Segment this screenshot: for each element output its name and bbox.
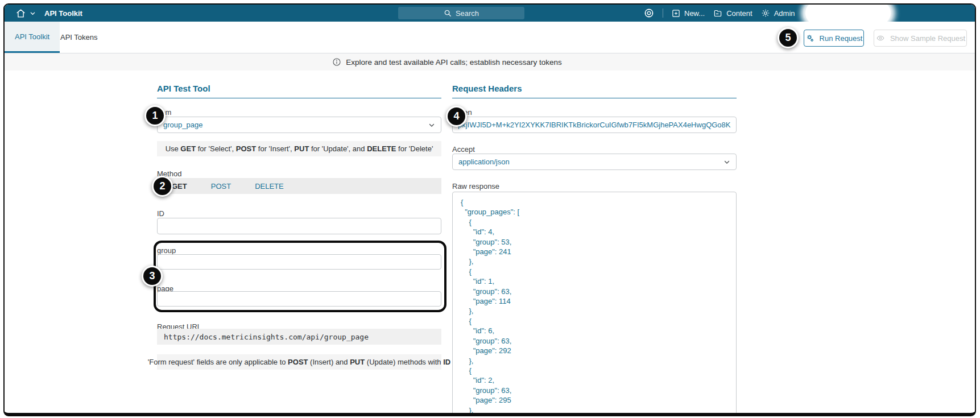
nav-admin-button[interactable]: Admin — [761, 9, 795, 18]
page-input[interactable] — [157, 291, 441, 307]
method-selector: GET POST DELETE — [157, 178, 441, 194]
item-select-value: group_page — [163, 121, 202, 129]
show-sample-request-button[interactable]: Show Sample Request — [874, 30, 967, 47]
eye-icon — [875, 34, 886, 42]
id-input[interactable] — [157, 218, 441, 234]
item-select[interactable]: group_page — [157, 117, 441, 133]
run-request-label: Run Request — [820, 34, 863, 43]
method-hint-text: Use GET for 'Select', POST for 'Insert',… — [157, 141, 441, 156]
accept-label: Accept — [452, 145, 475, 154]
app-window: API Toolkit Search New... — [3, 3, 976, 416]
banner-text: Explore and test available API calls; es… — [346, 58, 562, 67]
top-navbar: API Toolkit Search New... — [5, 5, 975, 22]
nav-content-label: Content — [726, 9, 752, 18]
annotation-badge-2: 2 — [152, 176, 173, 197]
nav-new-button[interactable]: New... — [672, 9, 705, 18]
info-icon — [332, 57, 341, 67]
raw-response-box[interactable]: { "group_pages": [ { "id": 4, "group": 5… — [452, 192, 737, 416]
annotation-badge-4: 4 — [446, 106, 467, 127]
section-heading-api-test-tool: API Test Tool — [157, 84, 441, 98]
search-icon — [444, 9, 452, 17]
group-label: group — [157, 246, 176, 255]
annotation-badge-5: 5 — [778, 27, 799, 48]
show-sample-request-label: Show Sample Request — [890, 34, 965, 43]
run-request-button[interactable]: Run Request — [804, 30, 864, 47]
chevron-down-icon — [723, 159, 730, 165]
page-title: API Toolkit — [44, 9, 82, 18]
form-request-note: 'Form request' fields are only applicabl… — [157, 354, 441, 370]
annotation-badge-3: 3 — [142, 266, 163, 287]
nav-new-label: New... — [684, 9, 705, 18]
search-input[interactable]: Search — [398, 7, 524, 19]
home-icon[interactable] — [16, 9, 26, 18]
raw-response-json: { "group_pages": [ { "id": 4, "group": 5… — [453, 192, 736, 415]
annotation-badge-1: 1 — [144, 105, 166, 126]
method-delete[interactable]: DELETE — [255, 182, 284, 191]
plus-square-icon — [672, 9, 680, 18]
section-heading-request-headers: Request Headers — [452, 84, 737, 98]
info-banner: Explore and test available API calls; es… — [5, 53, 975, 71]
method-get[interactable]: GET — [172, 182, 187, 191]
raw-response-label: Raw response — [452, 182, 499, 191]
tab-api-tokens[interactable]: API Tokens — [50, 22, 108, 53]
gear-icon — [761, 9, 770, 18]
accept-select[interactable]: application/json — [452, 154, 737, 170]
nav-admin-label: Admin — [774, 9, 795, 18]
request-url-value: https://docs.metricinsights.com/api/grou… — [157, 329, 441, 345]
nav-divider — [663, 9, 663, 18]
search-label: Search — [456, 9, 479, 18]
id-label: ID — [157, 209, 164, 218]
nav-divider — [804, 9, 804, 18]
nav-content-button[interactable]: Content — [713, 9, 752, 18]
accept-select-value: application/json — [458, 158, 510, 166]
group-input[interactable] — [157, 254, 441, 270]
folder-icon — [713, 9, 722, 18]
method-post[interactable]: POST — [211, 182, 231, 191]
help-icon[interactable] — [644, 8, 654, 18]
gears-icon — [805, 34, 815, 43]
chevron-down-icon — [428, 122, 435, 129]
token-input[interactable] — [452, 117, 737, 133]
nav-home-group: API Toolkit — [16, 5, 82, 22]
chevron-down-icon[interactable] — [30, 10, 36, 16]
